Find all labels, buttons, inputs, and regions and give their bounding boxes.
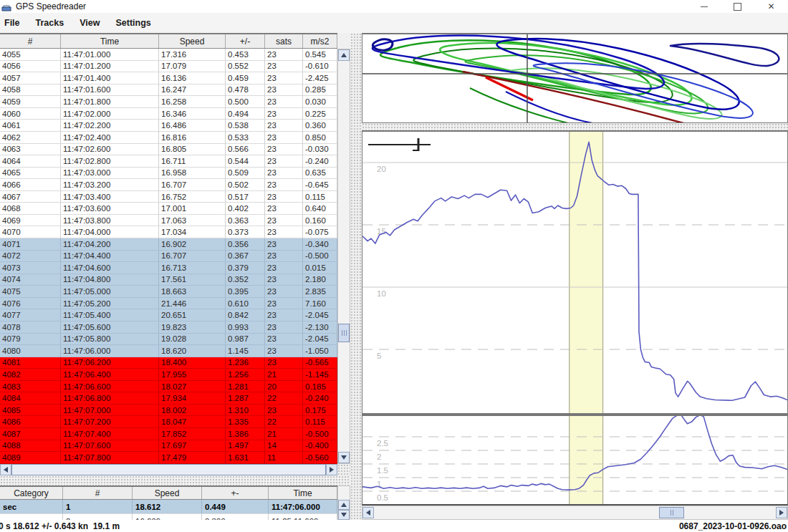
table-scroll-down-button[interactable] <box>338 452 350 463</box>
menu-view[interactable]: View <box>72 18 107 28</box>
summary-header-time[interactable]: Time <box>269 487 337 499</box>
table-row[interactable]: 406111:47:02.20016.4860.538230.360 <box>0 120 337 132</box>
cell: -2.130 <box>303 321 337 334</box>
chart-hscrollbar[interactable] <box>362 506 788 520</box>
loaded-filename: 0687_2023-10-01-0926.oao <box>679 521 787 531</box>
table-vscroll-thumb[interactable] <box>338 324 350 342</box>
cell: 0.987 <box>226 334 265 346</box>
table-hscroll-thumb[interactable] <box>11 464 326 475</box>
table-vscrollbar[interactable] <box>337 49 350 464</box>
left-horizontal-splitter[interactable] <box>0 475 350 485</box>
table-row[interactable]: 408111:47:06.20018.4001.23623-0.565 <box>0 357 337 369</box>
table-row[interactable]: 407411:47:04.80017.5610.352232.180 <box>0 274 337 286</box>
table-row[interactable]: 405911:47:01.80016.2580.500230.030 <box>0 96 337 108</box>
table-row[interactable]: 406611:47:03.20016.7070.50223-0.645 <box>0 179 337 191</box>
cell: 23 <box>265 286 303 298</box>
table-row[interactable]: 408411:47:06.80017.9341.28722-0.240 <box>0 392 337 405</box>
table-row[interactable]: 406711:47:03.40016.7520.517230.115 <box>0 191 337 203</box>
cell: 1.236 <box>226 357 265 369</box>
table-row[interactable]: 407311:47:04.60016.7130.379230.015 <box>0 262 337 274</box>
table-row[interactable]: 406511:47:03.00016.9580.509230.635 <box>0 168 337 180</box>
table-row[interactable]: 406011:47:02.00016.3460.494230.225 <box>0 108 337 120</box>
right-horizontal-splitter-1[interactable] <box>362 123 788 130</box>
table-row[interactable]: 406811:47:03.60017.0010.402230.640 <box>0 203 337 215</box>
cell: 4062 <box>0 132 61 144</box>
speed-chart-panel[interactable]: 2015105 <box>362 130 788 414</box>
summary-header-category[interactable]: Category <box>0 487 63 499</box>
summary-header-[interactable]: +- <box>202 487 269 499</box>
summary-row[interactable]: sec216.6090.39911:25:11.600 <box>0 514 337 520</box>
column-header-speed[interactable]: Speed <box>159 34 226 48</box>
cell: 4065 <box>0 168 61 180</box>
table-row[interactable]: 407511:47:05.00018.6630.395232.835 <box>0 286 337 298</box>
table-row[interactable]: 405511:47:01.00017.3160.453230.545 <box>0 49 337 61</box>
summary-header-[interactable]: # <box>63 487 133 499</box>
column-header-ms2[interactable]: m/s2 <box>303 34 337 48</box>
cell: 0.363 <box>226 215 265 227</box>
minimize-icon <box>701 6 708 7</box>
speed-chart[interactable]: 2015105 <box>362 132 787 414</box>
table-row[interactable]: 407111:47:04.20016.9020.35623-0.340 <box>0 238 337 251</box>
y-tick-label: 5 <box>377 352 381 360</box>
cell: 1.631 <box>226 452 265 464</box>
cell: 11:47:06.800 <box>61 392 159 405</box>
column-header-time[interactable]: Time <box>61 34 159 48</box>
cell: -0.610 <box>303 61 337 73</box>
table-row[interactable]: 408511:47:07.00018.0021.310230.175 <box>0 405 337 417</box>
track-map-panel[interactable] <box>362 33 788 123</box>
cell: -0.500 <box>303 251 337 263</box>
menu-tracks[interactable]: Tracks <box>28 18 72 28</box>
column-header-sats[interactable]: sats <box>265 34 303 48</box>
cell: 17.852 <box>159 428 226 440</box>
table-row[interactable]: 407711:47:05.40020.6510.84223-2.045 <box>0 309 337 321</box>
table-row[interactable]: 408811:47:07.60017.6971.49714-0.400 <box>0 440 337 453</box>
cell: 0.160 <box>303 215 337 227</box>
table-row[interactable]: 407011:47:04.00017.0340.37323-0.075 <box>0 226 337 238</box>
cell: 4084 <box>0 392 61 405</box>
table-row[interactable]: 407811:47:05.60019.8230.99323-2.130 <box>0 321 337 334</box>
maximize-button[interactable] <box>721 0 754 13</box>
summary-header-speed[interactable]: Speed <box>133 487 202 499</box>
minimize-button[interactable] <box>687 0 721 13</box>
summary-scroll-up-button[interactable] <box>338 500 350 510</box>
error-chart[interactable]: 2.521.510.5 <box>362 416 787 504</box>
table-row[interactable]: 407211:47:04.40016.7070.36723-0.500 <box>0 251 337 263</box>
close-button[interactable]: ✕ <box>754 0 788 13</box>
chart-scroll-right-button[interactable] <box>776 507 787 518</box>
summary-scroll-down-button[interactable] <box>338 510 350 520</box>
cell: 23 <box>265 96 303 108</box>
chart-scroll-left-button[interactable] <box>362 507 374 518</box>
table-row[interactable]: 405711:47:01.40016.1360.45923-2.425 <box>0 72 337 84</box>
table-row[interactable]: 405611:47:01.20017.0790.55223-0.610 <box>0 61 337 73</box>
table-scroll-right-button[interactable] <box>326 464 337 475</box>
table-row[interactable]: 406911:47:03.80017.0630.363230.160 <box>0 215 337 227</box>
table-row[interactable]: 408911:47:07.80017.4791.63111-0.560 <box>0 452 337 464</box>
table-row[interactable]: 408311:47:06.60018.0271.281200.185 <box>0 381 337 393</box>
cell: 11:47:06.000 <box>269 500 337 514</box>
summary-row[interactable]: sec118.6120.44911:47:06.000 <box>0 500 337 514</box>
table-row[interactable]: 408011:47:06.00018.6201.14523-1.050 <box>0 345 337 357</box>
chart-hscroll-thumb[interactable] <box>659 507 684 518</box>
table-row[interactable]: 406311:47:02.60016.8050.56623-0.030 <box>0 144 337 156</box>
table-row[interactable]: 406211:47:02.40016.8160.533230.850 <box>0 132 337 144</box>
cell: 0.538 <box>226 120 265 132</box>
table-row[interactable]: 407911:47:05.80019.0280.98723-2.045 <box>0 334 337 346</box>
error-chart-panel[interactable]: 2.521.510.5 <box>362 414 788 506</box>
table-row[interactable]: 406411:47:02.80016.7110.54423-0.240 <box>0 155 337 168</box>
track-map[interactable] <box>362 34 787 123</box>
table-row[interactable]: 408611:47:07.20018.0471.335220.115 <box>0 416 337 428</box>
table-row[interactable]: 408211:47:06.40017.9551.25621-1.145 <box>0 369 337 381</box>
menu-file[interactable]: File <box>0 18 28 28</box>
cell: 1.145 <box>226 345 265 357</box>
table-scroll-left-button[interactable] <box>0 464 11 475</box>
cell: 16.707 <box>159 251 226 263</box>
column-header-[interactable]: +/- <box>226 34 265 48</box>
table-row[interactable]: 408711:47:07.40017.8521.38621-0.500 <box>0 428 337 440</box>
table-row[interactable]: 407611:47:05.20021.4460.610237.160 <box>0 298 337 310</box>
zoom-slider[interactable] <box>368 138 431 151</box>
table-row[interactable]: 405811:47:01.60016.2470.478230.285 <box>0 84 337 97</box>
vertical-splitter[interactable] <box>350 33 362 520</box>
table-scroll-up-button[interactable] <box>338 49 350 61</box>
menu-settings[interactable]: Settings <box>107 18 158 28</box>
column-header-num[interactable]: # <box>0 34 61 48</box>
